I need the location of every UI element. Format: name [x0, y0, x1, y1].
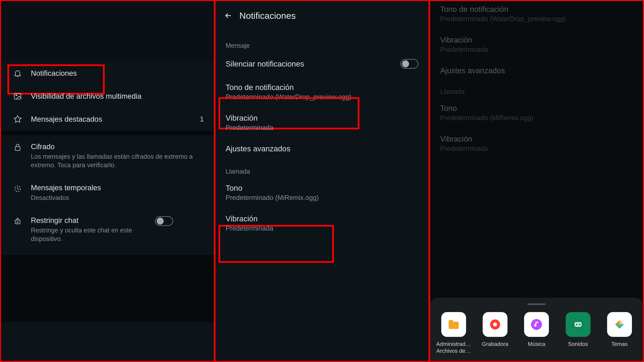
item-subtitle: Predeterminada: [440, 46, 633, 53]
svg-point-10: [576, 324, 578, 325]
star-icon: [13, 115, 22, 123]
app-label: Administrad… Archivos de…: [436, 341, 471, 355]
item-title: Mensajes temporales: [31, 183, 206, 192]
panel-notificaciones-overlay: Tono de notificación Predeterminado (Wat…: [430, 1, 643, 361]
item-title: Tono: [226, 184, 418, 193]
svg-rect-0: [14, 93, 21, 99]
section-mensaje: Mensaje: [216, 30, 428, 51]
toggle-knob: [402, 60, 409, 67]
app-label: Música: [528, 341, 546, 348]
app-sonidos[interactable]: Sonidos: [559, 312, 597, 355]
item-temporales[interactable]: Mensajes temporales Desactivados: [1, 176, 214, 209]
svg-rect-2: [15, 146, 20, 150]
bell-icon: [13, 69, 22, 78]
svg-point-7: [531, 319, 542, 330]
app-administrador[interactable]: Administrad… Archivos de…: [435, 312, 472, 355]
item-title: Tono de notificación: [440, 5, 633, 14]
recorder-icon: [483, 312, 508, 337]
item-title: Tono de notificación: [226, 83, 418, 92]
item-subtitle: Predeterminada: [226, 225, 418, 232]
item-title: Vibración: [226, 214, 418, 223]
toggle-silenciar[interactable]: [400, 59, 418, 69]
drawer-handle[interactable]: [527, 303, 546, 305]
item-subtitle: Predeterminado (WaterDrop_preview.ogg): [440, 15, 633, 23]
item-restringir[interactable]: Restringir chat Restringe y oculta este …: [1, 209, 214, 250]
divider: [1, 131, 214, 135]
chat-lock-icon: [13, 216, 22, 225]
spacer: [1, 1, 214, 62]
background-dimmed: Tono de notificación Predeterminado (Wat…: [430, 1, 643, 159]
toggle-knob: [157, 218, 164, 225]
item-vibracion-call[interactable]: Vibración Predeterminada: [216, 208, 428, 239]
item-visibilidad[interactable]: Visibilidad de archivos multimedia: [1, 85, 214, 108]
item-subtitle: Predeterminado (WaterDrop_preview.ogg): [226, 93, 418, 101]
item-ajustes-avanzados: Ajustes avanzados: [430, 60, 643, 81]
header: Notificaciones: [216, 1, 428, 30]
music-icon: [524, 312, 549, 337]
count-badge: 1: [200, 115, 204, 123]
item-title: Cifrado: [31, 142, 206, 151]
app-label: Grabadora: [482, 341, 508, 348]
app-label: Sonidos: [568, 341, 588, 348]
app-label: Temas: [611, 341, 628, 348]
item-subtitle: Restringe y oculta este chat en este dis…: [31, 226, 146, 243]
item-tono-notificacion[interactable]: Tono de notificación Predeterminado (Wat…: [216, 76, 428, 107]
themes-icon: [607, 312, 632, 337]
app-chooser-drawer[interactable]: Administrad… Archivos de… Grabadora Músi…: [430, 298, 643, 361]
item-ajustes-avanzados[interactable]: Ajustes avanzados: [216, 138, 428, 160]
item-cifrado[interactable]: Cifrado Los mensajes y las llamadas está…: [1, 135, 214, 176]
item-subtitle: Predeterminada: [226, 124, 418, 131]
item-subtitle: Los mensajes y las llamadas están cifrad…: [31, 152, 206, 170]
item-vibracion-call: Vibración Predeterminada: [430, 128, 643, 159]
item-title: Silenciar notificaciones: [226, 59, 304, 68]
panel-notificaciones: Notificaciones Mensaje Silenciar notific…: [216, 1, 428, 361]
section-llamada: Llamada: [216, 160, 428, 177]
item-title: Vibración: [226, 113, 418, 122]
app-temas[interactable]: Temas: [601, 312, 638, 355]
sounds-icon: [566, 312, 590, 337]
svg-point-1: [16, 95, 17, 96]
svg-point-11: [579, 324, 580, 325]
item-subtitle: Desactivados: [31, 194, 206, 202]
item-destacados[interactable]: Mensajes destacados 1: [1, 108, 214, 131]
section-llamada: Llamada: [430, 81, 643, 97]
item-title: Restringir chat: [31, 216, 146, 225]
app-row: Administrad… Archivos de… Grabadora Músi…: [435, 312, 638, 355]
item-title: Tono: [440, 104, 633, 113]
item-silenciar[interactable]: Silenciar notificaciones: [216, 51, 428, 76]
item-subtitle: Predeterminada: [440, 145, 633, 152]
svg-point-6: [493, 323, 497, 326]
image-icon: [13, 92, 22, 100]
item-tono-llamada: Tono Predeterminado (MiRemix.ogg): [430, 97, 643, 128]
item-subtitle: Predeterminado (MiRemix.ogg): [226, 194, 418, 201]
item-vibracion-msg: Vibración Predeterminada: [430, 29, 643, 60]
item-title: Vibración: [440, 35, 633, 44]
panel-chat-settings: Notificaciones Visibilidad de archivos m…: [1, 1, 214, 361]
toggle-restringir[interactable]: [155, 216, 173, 226]
back-arrow-icon[interactable]: [224, 11, 232, 20]
file-manager-icon: [441, 312, 466, 337]
item-vibracion-msg[interactable]: Vibración Predeterminada: [216, 107, 428, 138]
app-grabadora[interactable]: Grabadora: [476, 312, 514, 355]
divider: [1, 255, 214, 322]
item-title: Vibración: [440, 134, 633, 143]
lock-icon: [13, 142, 22, 151]
item-notificaciones[interactable]: Notificaciones: [1, 62, 214, 85]
item-subtitle: Predeterminado (MiRemix.ogg): [440, 114, 633, 122]
item-title: Mensajes destacados: [31, 114, 192, 124]
item-title: Notificaciones: [31, 68, 206, 78]
item-title: Ajustes avanzados: [440, 66, 633, 75]
item-title: Visibilidad de archivos multimedia: [31, 91, 206, 101]
item-title: Ajustes avanzados: [226, 144, 418, 153]
page-title: Notificaciones: [239, 10, 296, 21]
item-tono-llamada[interactable]: Tono Predeterminado (MiRemix.ogg): [216, 177, 428, 208]
timer-icon: [13, 183, 22, 193]
app-musica[interactable]: Música: [518, 312, 555, 355]
item-tono-notificacion: Tono de notificación Predeterminado (Wat…: [430, 1, 643, 29]
